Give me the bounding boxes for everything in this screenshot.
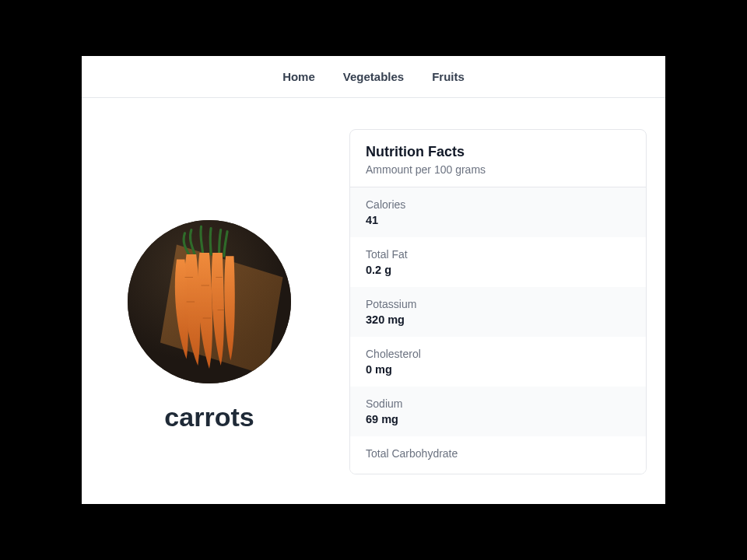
- nutrition-fact: Cholesterol 0 mg: [350, 337, 646, 387]
- product-image: [128, 220, 291, 383]
- nav-link-home[interactable]: Home: [282, 70, 315, 83]
- nutrition-fact-value: 0.2 g: [366, 264, 630, 276]
- nutrition-fact-list: Calories 41 Total Fat 0.2 g Potassium 32…: [350, 187, 646, 474]
- nutrition-subtitle: Ammount per 100 grams: [366, 163, 630, 176]
- nutrition-card: Nutrition Facts Ammount per 100 grams Ca…: [349, 129, 647, 474]
- product-name: carrots: [164, 402, 254, 432]
- nutrition-fact-value: 41: [366, 214, 630, 226]
- nutrition-fact-value: 0 mg: [366, 363, 630, 376]
- nutrition-fact-label: Potassium: [366, 298, 630, 310]
- page-frame: Home Vegetables Fruits: [82, 56, 665, 504]
- nutrition-fact-value: 320 mg: [366, 313, 630, 326]
- nutrition-fact-label: Total Carbohydrate: [366, 447, 630, 460]
- nutrition-fact-value: 69 mg: [366, 413, 630, 425]
- nutrition-fact: Potassium 320 mg: [350, 287, 646, 337]
- nutrition-fact: Calories 41: [350, 187, 646, 237]
- nutrition-fact-label: Sodium: [366, 397, 630, 410]
- nav-link-fruits[interactable]: Fruits: [432, 70, 465, 83]
- nutrition-title: Nutrition Facts: [366, 144, 630, 160]
- nutrition-fact-label: Total Fat: [366, 248, 630, 261]
- top-nav: Home Vegetables Fruits: [82, 56, 665, 98]
- nutrition-fact-label: Cholesterol: [366, 348, 630, 360]
- nutrition-card-header: Nutrition Facts Ammount per 100 grams: [350, 130, 646, 187]
- nutrition-fact: Sodium 69 mg: [350, 387, 646, 436]
- nav-link-vegetables[interactable]: Vegetables: [343, 70, 404, 83]
- nutrition-fact: Total Carbohydrate: [350, 436, 646, 474]
- nutrition-fact: Total Fat 0.2 g: [350, 237, 646, 287]
- product-summary: carrots: [100, 152, 318, 499]
- nutrition-panel: Nutrition Facts Ammount per 100 grams Ca…: [349, 129, 647, 499]
- content-area: carrots Nutrition Facts Ammount per 100 …: [82, 98, 665, 499]
- nutrition-fact-label: Calories: [366, 198, 630, 211]
